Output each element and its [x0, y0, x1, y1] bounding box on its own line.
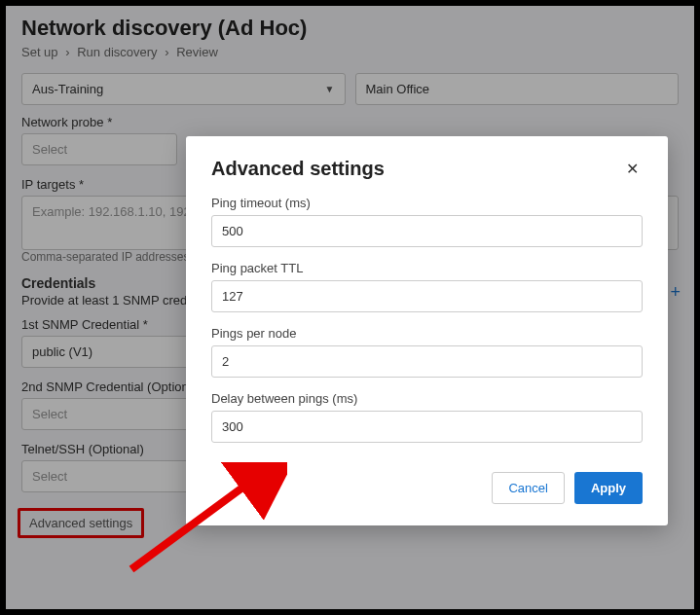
select-value: Select	[32, 407, 67, 421]
select-value: public (V1)	[32, 344, 92, 359]
select-value: Aus-Training	[32, 82, 103, 96]
cancel-button[interactable]: Cancel	[492, 472, 564, 504]
ping-timeout-label: Ping timeout (ms)	[211, 196, 643, 210]
breadcrumb-step[interactable]: Run discovery	[77, 45, 157, 59]
chevron-right-icon: ›	[65, 45, 69, 59]
caret-down-icon: ▼	[325, 84, 335, 94]
select-value: Main Office	[366, 82, 430, 96]
advanced-settings-modal: Advanced settings ✕ Ping timeout (ms) Pi…	[186, 136, 668, 525]
breadcrumb: Set up › Run discovery › Review	[21, 45, 679, 59]
network-probe-label: Network probe *	[21, 115, 679, 129]
company-select[interactable]: Aus-Training ▼	[21, 73, 346, 105]
modal-title: Advanced settings	[211, 158, 385, 180]
site-select[interactable]: Main Office	[355, 73, 680, 105]
plus-icon[interactable]: +	[670, 281, 681, 302]
close-icon[interactable]: ✕	[622, 158, 643, 180]
network-probe-select[interactable]: Select	[21, 133, 177, 165]
pings-per-node-input[interactable]	[211, 345, 643, 378]
apply-button[interactable]: Apply	[574, 472, 643, 504]
placeholder-text: Example: 192.168.1.10, 192.1	[32, 204, 201, 219]
breadcrumb-step[interactable]: Review	[176, 45, 218, 59]
select-value: Select	[32, 142, 67, 157]
advanced-settings-link[interactable]: Advanced settings	[21, 510, 140, 536]
pings-per-node-label: Pings per node	[211, 326, 643, 341]
select-value: Select	[32, 469, 67, 484]
ping-ttl-label: Ping packet TTL	[211, 261, 643, 275]
ping-timeout-input[interactable]	[211, 215, 643, 247]
delay-input[interactable]	[211, 411, 643, 443]
page-title: Network discovery (Ad Hoc)	[21, 16, 679, 41]
chevron-right-icon: ›	[165, 45, 168, 59]
breadcrumb-step[interactable]: Set up	[21, 45, 58, 59]
ping-ttl-input[interactable]	[211, 280, 643, 312]
delay-label: Delay between pings (ms)	[211, 391, 643, 406]
